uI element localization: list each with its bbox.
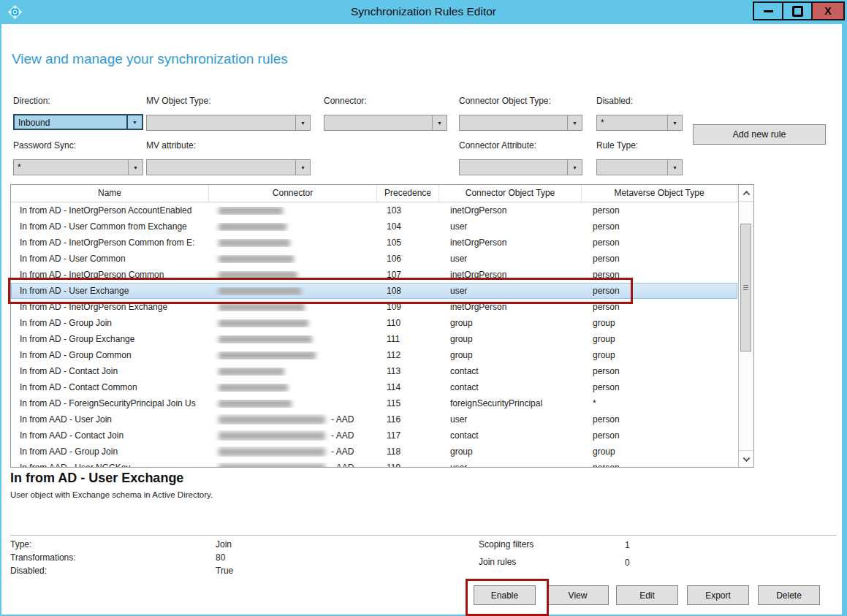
connector-select[interactable]: ▼ (324, 115, 447, 131)
redacted-connector-blur (219, 223, 286, 231)
disabled-filter-label: Disabled: (596, 96, 633, 106)
table-row[interactable]: In from AD - Group Common112groupgroup (11, 347, 737, 363)
table-row[interactable]: In from AD - Contact Join113contactperso… (11, 363, 737, 379)
table-row[interactable]: In from AD - InetOrgPerson Common from E… (11, 235, 737, 251)
export-button[interactable]: Export (687, 585, 749, 605)
cell-conn: - AAD (209, 414, 377, 425)
column-header-name[interactable]: Name (11, 185, 209, 202)
table-row[interactable]: In from AD - Group Exchange111groupgroup (11, 331, 737, 347)
mv-attribute-select[interactable]: ▼ (146, 159, 311, 175)
cell-prec: 110 (377, 318, 439, 328)
join-rules-value: 0 (625, 558, 630, 568)
view-button[interactable]: View (547, 585, 609, 605)
chevron-down-icon: ▼ (295, 115, 310, 130)
redacted-connector-blur (219, 384, 288, 392)
minimize-button[interactable] (753, 1, 783, 20)
redacted-connector-blur (219, 303, 305, 311)
table-row[interactable]: In from AD - Contact Common114contactper… (11, 379, 737, 395)
cell-prec: 116 (377, 414, 439, 425)
table-row[interactable]: In from AD - ForeignSecurityPrincipal Jo… (11, 395, 737, 411)
cell-mot: * (582, 398, 737, 408)
password-sync-label: Password Sync: (13, 140, 76, 151)
cell-mot: person (582, 463, 737, 467)
maximize-button[interactable] (782, 1, 813, 20)
cell-mot: person (582, 237, 737, 248)
connector-value (324, 115, 432, 130)
add-new-rule-button[interactable]: Add new rule (693, 124, 826, 145)
connector-attribute-select[interactable]: ▼ (459, 159, 582, 175)
connector-object-type-value (460, 115, 567, 130)
window-controls: X (753, 1, 845, 20)
table-row[interactable]: In from AAD - User Join- AAD116userperso… (11, 411, 737, 427)
edit-button[interactable]: Edit (616, 585, 678, 605)
table-row[interactable]: In from AAD - Group Join- AAD118groupgro… (11, 444, 737, 460)
scrollbar-thumb[interactable] (740, 224, 751, 351)
close-icon: X (824, 5, 831, 17)
cell-cot: user (439, 414, 582, 425)
table-row[interactable]: In from AD - User Common from Exchange10… (11, 218, 737, 235)
close-button[interactable]: X (811, 1, 845, 20)
connector-object-type-select[interactable]: ▼ (459, 115, 582, 131)
cell-prec: 114 (377, 382, 439, 392)
cell-name: In from AD - ForeignSecurityPrincipal Jo… (11, 398, 209, 408)
redacted-connector-blur (219, 448, 325, 456)
join-rules-label: Join rules (479, 557, 516, 567)
disabled-filter-value: * (597, 115, 667, 130)
cell-mot: person (582, 382, 737, 392)
mv-attribute-value (147, 160, 295, 175)
type-label: Type: (10, 539, 31, 550)
rule-type-select[interactable]: ▼ (596, 159, 683, 175)
mv-object-type-value (147, 115, 295, 130)
column-header-precedence[interactable]: Precedence (377, 185, 439, 202)
password-sync-value: * (14, 160, 128, 175)
table-row[interactable]: In from AD - InetOrgPerson AccountEnable… (11, 202, 737, 218)
redacted-connector-blur (219, 255, 294, 263)
table-row[interactable]: In from AD - Group Join110groupgroup (11, 315, 737, 331)
window-title: Synchronization Rules Editor (0, 0, 847, 24)
vertical-scrollbar[interactable] (738, 185, 753, 467)
cell-mot: person (582, 414, 737, 425)
mv-object-type-label: MV Object Type: (146, 96, 210, 106)
cell-prec: 106 (377, 254, 439, 264)
delete-button[interactable]: Delete (758, 585, 820, 605)
transformations-value: 80 (216, 552, 225, 563)
window-border-right (842, 24, 847, 616)
window-border-left (0, 24, 1, 616)
cell-name: In from AD - User Common (11, 254, 209, 264)
cell-cot: foreignSecurityPrincipal (439, 398, 582, 408)
column-header-connector[interactable]: Connector (209, 185, 377, 202)
cell-cot: group (439, 334, 582, 344)
cell-mot: person (582, 366, 737, 376)
direction-select[interactable]: Inbound ▼ (13, 114, 143, 130)
table-row[interactable]: In from AAD - Contact Join- AAD117contac… (11, 427, 737, 444)
column-header-metaverse-object-type[interactable]: Metaverse Object Type (582, 185, 737, 202)
cell-conn (209, 223, 377, 231)
table-row[interactable]: In from AD - User Common106userperson (11, 251, 737, 267)
cell-name: In from AD - Group Common (11, 350, 209, 360)
titlebar: Synchronization Rules Editor X (0, 0, 847, 24)
cell-cot: group (439, 318, 582, 328)
chevron-down-icon: ▼ (567, 160, 582, 175)
cell-cot: group (439, 350, 582, 360)
redacted-connector-blur (219, 319, 308, 327)
scroll-up-button[interactable] (739, 185, 753, 202)
mv-object-type-select[interactable]: ▼ (146, 115, 311, 131)
scroll-down-button[interactable] (739, 450, 753, 467)
table-row[interactable]: In from AAD - User NGCKey- AAD119userper… (11, 460, 737, 467)
cell-name: In from AD - InetOrgPerson Common from E… (11, 237, 209, 248)
password-sync-select[interactable]: * ▼ (13, 159, 143, 175)
scoping-filters-label: Scoping filters (479, 539, 533, 550)
column-header-connector-object-type[interactable]: Connector Object Type (439, 185, 582, 202)
direction-label: Direction: (13, 96, 50, 106)
cell-conn: - AAD (209, 446, 377, 457)
cell-conn (209, 335, 377, 343)
cell-cot: contact (439, 430, 582, 441)
cell-name: In from AAD - User Join (11, 414, 209, 425)
disabled-filter-select[interactable]: * ▼ (596, 115, 683, 131)
cell-prec: 119 (377, 463, 439, 467)
cell-prec: 111 (377, 334, 439, 344)
details-divider (10, 535, 837, 536)
table-header-row: Name Connector Precedence Connector Obje… (11, 185, 753, 202)
cell-mot: group (582, 350, 737, 360)
chevron-down-icon: ▼ (295, 160, 310, 175)
